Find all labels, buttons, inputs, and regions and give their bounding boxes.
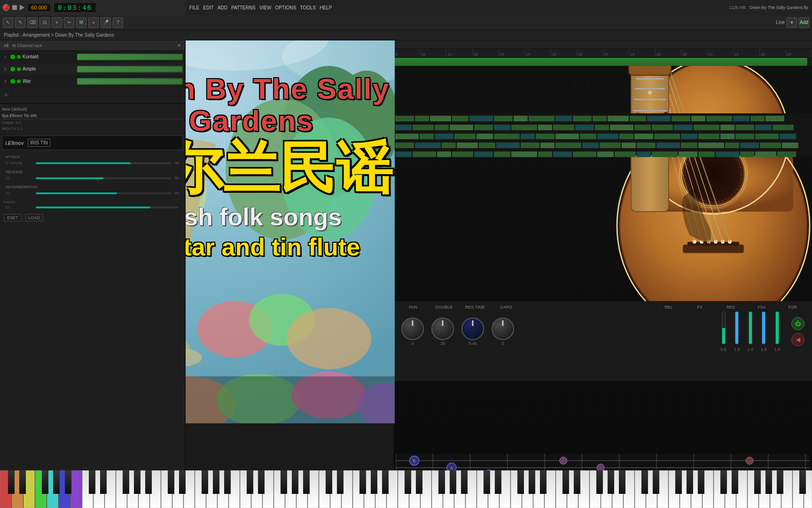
rel-slider[interactable] — [722, 311, 726, 344]
tool-mic[interactable]: 🎤 — [101, 17, 111, 28]
ch-pattern-2[interactable] — [77, 66, 183, 72]
tool-pencil[interactable]: ✎ — [15, 17, 25, 28]
tool-select[interactable]: ⊡ — [39, 17, 50, 28]
inst-name-label[interactable]: Ilya Efimov Tin Wh — [2, 112, 183, 119]
fsr-slider-col: 1.0 — [774, 311, 780, 352]
svg-rect-249 — [777, 470, 783, 494]
restime-knob[interactable] — [461, 318, 484, 340]
svg-rect-242 — [675, 470, 682, 494]
dynamic-slider[interactable] — [36, 206, 179, 208]
ch-name-2[interactable]: Ample — [23, 66, 75, 71]
dynamic-label: RAMIC — [4, 200, 181, 204]
mb4-20 — [782, 143, 798, 148]
fx-slider[interactable] — [735, 311, 739, 344]
mb2-4 — [450, 125, 473, 130]
record-button[interactable] — [3, 4, 9, 11]
add-btn[interactable]: Add — [799, 17, 809, 28]
release-slider[interactable] — [36, 177, 171, 179]
stop-button[interactable] — [12, 5, 17, 10]
mb-13 — [630, 116, 646, 121]
mini-notes-container — [394, 113, 812, 159]
capo-knob[interactable] — [492, 318, 514, 340]
menu-add[interactable]: ADD — [218, 5, 227, 10]
tool-eraser[interactable]: ⌫ — [27, 17, 38, 28]
preset-btn[interactable]: ESET — [4, 214, 22, 222]
new-default-label: New (default) — [2, 106, 183, 112]
fsa-slider[interactable] — [762, 311, 765, 344]
mb2-13 — [634, 125, 651, 130]
fsr-slider[interactable] — [775, 311, 779, 344]
tool-mute[interactable]: M — [76, 17, 86, 28]
tool-help[interactable]: ? — [113, 17, 123, 28]
ch-led-2[interactable] — [10, 67, 15, 71]
mb-6 — [494, 116, 513, 121]
reverb-sub-label: EL — [6, 191, 34, 195]
menu-view[interactable]: VIEW — [259, 5, 272, 10]
mb5-4 — [452, 151, 473, 157]
plugin-controls: PAN DOUBLE RES.TIME CAPO REL FX RES FSA … — [394, 301, 812, 381]
ch-led-1[interactable] — [10, 55, 15, 59]
ch-led-3[interactable] — [10, 79, 15, 84]
menu-tools[interactable]: TOOLS — [300, 5, 316, 10]
tool-pointer[interactable]: ↖ — [3, 17, 13, 28]
mb4-5 — [479, 143, 495, 148]
guitar-svg — [394, 66, 812, 301]
attack-slider-row: D RANGE 90 — [4, 160, 181, 166]
menu-patterns[interactable]: PATTERNS — [231, 5, 256, 10]
menu-edit[interactable]: EDIT — [203, 5, 214, 10]
preset-buttons: ESET LOAD — [4, 214, 181, 222]
power-btn-1[interactable]: ⏻ — [791, 317, 804, 330]
menu-help[interactable]: HELP — [320, 5, 332, 10]
pan-knob[interactable] — [401, 318, 424, 340]
guitar-image-area — [394, 66, 812, 301]
ch-pattern-3[interactable] — [77, 78, 183, 85]
ch-pattern-1[interactable] — [77, 54, 183, 60]
mb5-13 — [637, 151, 651, 157]
reverb-row: REVERBERATION — [4, 184, 181, 190]
snap-btn[interactable]: ▼ — [787, 17, 797, 28]
ch-led-1b[interactable] — [17, 55, 21, 59]
mb3-15 — [681, 134, 697, 139]
mb3-13 — [634, 134, 653, 139]
mini-row-4 — [395, 141, 811, 150]
menu-file[interactable]: FILE — [189, 5, 199, 10]
ch-num-2: 2 — [2, 67, 8, 71]
tool-cut[interactable]: ✂ — [64, 17, 74, 28]
mb-17 — [706, 116, 732, 121]
double-knob[interactable] — [431, 318, 454, 340]
mb2-14 — [652, 125, 673, 130]
svg-rect-216 — [258, 470, 265, 494]
svg-rect-219 — [303, 470, 310, 494]
svg-rect-202 — [42, 470, 48, 494]
play-button[interactable] — [20, 5, 24, 10]
mb-18 — [733, 116, 750, 121]
menu-options[interactable]: OPTIONS — [275, 5, 296, 10]
bpm-display[interactable]: 60.000 — [27, 3, 51, 12]
mb-5 — [469, 116, 493, 121]
mini-row-2 — [395, 123, 811, 132]
reverb-slider[interactable] — [36, 192, 171, 194]
ch-name-1[interactable]: Kontakt — [23, 54, 75, 59]
tool-zoom[interactable]: ⌖ — [52, 17, 62, 28]
svg-rect-200 — [8, 470, 15, 494]
load-btn[interactable]: LOAD — [25, 214, 44, 222]
ch-name-3[interactable]: War — [23, 79, 75, 84]
attack-slider[interactable] — [36, 162, 171, 164]
mb4-16 — [698, 143, 724, 148]
ch-led-2b[interactable] — [17, 67, 21, 71]
res-slider[interactable] — [749, 311, 752, 344]
plugin-logo-text: I.Efimov — [5, 140, 24, 146]
ruler-15: 15 — [551, 49, 578, 57]
back-btn[interactable]: ◀ — [791, 333, 804, 346]
rel-slider-val: 0.5 — [720, 347, 726, 352]
svg-rect-134 — [70, 470, 82, 508]
close-channel-rack[interactable]: ✕ — [177, 43, 181, 48]
add-channel-btn[interactable]: + — [0, 87, 185, 103]
mb-8 — [529, 116, 554, 121]
piano-svg[interactable]: /* keys rendered below */ — [0, 470, 812, 508]
adsr-section: ATTACK D RANGE 90 RELEASE EL 50 REVERBER… — [0, 152, 185, 223]
mb5-11 — [597, 151, 614, 157]
tool-record[interactable]: ● — [88, 17, 99, 28]
mb3-17 — [720, 134, 734, 139]
ch-led-3b[interactable] — [17, 79, 21, 83]
